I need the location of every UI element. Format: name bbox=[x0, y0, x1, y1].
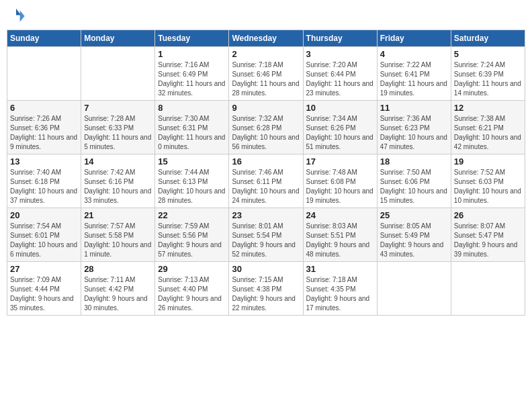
day-number: 4 bbox=[380, 49, 448, 59]
day-info: Sunrise: 7:54 AMSunset: 6:01 PMDaylight:… bbox=[10, 222, 78, 259]
day-number: 5 bbox=[454, 49, 522, 59]
day-number: 6 bbox=[10, 103, 78, 113]
day-info: Sunrise: 7:09 AMSunset: 4:44 PMDaylight:… bbox=[10, 275, 78, 313]
day-cell: 29Sunrise: 7:13 AMSunset: 4:40 PMDayligh… bbox=[155, 262, 229, 316]
day-cell: 27Sunrise: 7:09 AMSunset: 4:44 PMDayligh… bbox=[7, 262, 81, 316]
col-header-friday: Friday bbox=[377, 30, 451, 47]
day-cell: 7Sunrise: 7:28 AMSunset: 6:33 PMDaylight… bbox=[81, 101, 155, 154]
day-number: 18 bbox=[380, 156, 448, 167]
day-info: Sunrise: 7:50 AMSunset: 6:06 PMDaylight:… bbox=[380, 168, 448, 205]
day-info: Sunrise: 7:26 AMSunset: 6:36 PMDaylight:… bbox=[10, 114, 78, 152]
day-cell: 25Sunrise: 8:05 AMSunset: 5:49 PMDayligh… bbox=[377, 208, 451, 262]
day-cell: 6Sunrise: 7:26 AMSunset: 6:36 PMDaylight… bbox=[7, 101, 81, 154]
day-number: 26 bbox=[454, 210, 522, 220]
day-number: 24 bbox=[306, 210, 374, 220]
day-number: 22 bbox=[158, 210, 226, 220]
day-info: Sunrise: 7:24 AMSunset: 6:39 PMDaylight:… bbox=[454, 60, 522, 98]
day-number: 15 bbox=[158, 156, 226, 167]
day-number: 28 bbox=[84, 264, 152, 274]
day-cell: 11Sunrise: 7:36 AMSunset: 6:23 PMDayligh… bbox=[377, 101, 451, 154]
day-number: 16 bbox=[232, 156, 300, 167]
logo-icon bbox=[7, 7, 26, 26]
day-info: Sunrise: 7:48 AMSunset: 6:08 PMDaylight:… bbox=[306, 168, 374, 205]
day-info: Sunrise: 7:16 AMSunset: 6:49 PMDaylight:… bbox=[158, 60, 226, 98]
col-header-saturday: Saturday bbox=[451, 30, 525, 47]
day-number: 10 bbox=[306, 103, 374, 113]
day-number: 17 bbox=[306, 156, 374, 167]
day-cell bbox=[7, 47, 81, 101]
day-info: Sunrise: 7:18 AMSunset: 6:46 PMDaylight:… bbox=[232, 60, 300, 98]
day-cell: 18Sunrise: 7:50 AMSunset: 6:06 PMDayligh… bbox=[377, 154, 451, 208]
week-row-5: 27Sunrise: 7:09 AMSunset: 4:44 PMDayligh… bbox=[7, 262, 525, 316]
day-cell: 30Sunrise: 7:15 AMSunset: 4:38 PMDayligh… bbox=[229, 262, 303, 316]
day-info: Sunrise: 8:07 AMSunset: 5:47 PMDaylight:… bbox=[454, 222, 522, 259]
day-info: Sunrise: 7:28 AMSunset: 6:33 PMDaylight:… bbox=[84, 114, 152, 152]
day-number: 30 bbox=[232, 264, 300, 274]
week-row-3: 13Sunrise: 7:40 AMSunset: 6:18 PMDayligh… bbox=[7, 154, 525, 208]
day-cell: 8Sunrise: 7:30 AMSunset: 6:31 PMDaylight… bbox=[155, 101, 229, 154]
day-number: 31 bbox=[306, 264, 374, 274]
svg-marker-0 bbox=[20, 11, 25, 22]
day-info: Sunrise: 7:15 AMSunset: 4:38 PMDaylight:… bbox=[232, 275, 300, 313]
day-number: 3 bbox=[306, 49, 374, 59]
day-info: Sunrise: 7:20 AMSunset: 6:44 PMDaylight:… bbox=[306, 60, 374, 98]
day-cell: 2Sunrise: 7:18 AMSunset: 6:46 PMDaylight… bbox=[229, 47, 303, 101]
day-number: 2 bbox=[232, 49, 300, 59]
day-cell: 21Sunrise: 7:57 AMSunset: 5:58 PMDayligh… bbox=[81, 208, 155, 262]
day-cell bbox=[451, 262, 525, 316]
day-cell: 28Sunrise: 7:11 AMSunset: 4:42 PMDayligh… bbox=[81, 262, 155, 316]
day-cell: 26Sunrise: 8:07 AMSunset: 5:47 PMDayligh… bbox=[451, 208, 525, 262]
day-info: Sunrise: 7:13 AMSunset: 4:40 PMDaylight:… bbox=[158, 275, 226, 313]
day-number: 23 bbox=[232, 210, 300, 220]
day-number: 7 bbox=[84, 103, 152, 113]
day-info: Sunrise: 7:30 AMSunset: 6:31 PMDaylight:… bbox=[158, 114, 226, 152]
day-cell: 12Sunrise: 7:38 AMSunset: 6:21 PMDayligh… bbox=[451, 101, 525, 154]
day-number: 20 bbox=[10, 210, 78, 220]
day-cell: 4Sunrise: 7:22 AMSunset: 6:41 PMDaylight… bbox=[377, 47, 451, 101]
col-header-tuesday: Tuesday bbox=[155, 30, 229, 47]
day-number: 19 bbox=[454, 156, 522, 167]
day-info: Sunrise: 7:59 AMSunset: 5:56 PMDaylight:… bbox=[158, 222, 226, 259]
day-info: Sunrise: 7:52 AMSunset: 6:03 PMDaylight:… bbox=[454, 168, 522, 205]
day-info: Sunrise: 7:57 AMSunset: 5:58 PMDaylight:… bbox=[84, 222, 152, 259]
day-info: Sunrise: 7:22 AMSunset: 6:41 PMDaylight:… bbox=[380, 60, 448, 98]
day-info: Sunrise: 8:03 AMSunset: 5:51 PMDaylight:… bbox=[306, 222, 374, 259]
day-info: Sunrise: 7:38 AMSunset: 6:21 PMDaylight:… bbox=[454, 114, 522, 152]
day-info: Sunrise: 7:18 AMSunset: 4:35 PMDaylight:… bbox=[306, 275, 374, 313]
day-cell: 17Sunrise: 7:48 AMSunset: 6:08 PMDayligh… bbox=[303, 154, 377, 208]
col-header-sunday: Sunday bbox=[7, 30, 81, 47]
day-info: Sunrise: 7:34 AMSunset: 6:26 PMDaylight:… bbox=[306, 114, 374, 152]
day-number: 8 bbox=[158, 103, 226, 113]
day-info: Sunrise: 8:01 AMSunset: 5:54 PMDaylight:… bbox=[232, 222, 300, 259]
day-number: 29 bbox=[158, 264, 226, 274]
day-info: Sunrise: 7:44 AMSunset: 6:13 PMDaylight:… bbox=[158, 168, 226, 205]
day-info: Sunrise: 7:11 AMSunset: 4:42 PMDaylight:… bbox=[84, 275, 152, 313]
day-number: 14 bbox=[84, 156, 152, 167]
day-number: 1 bbox=[158, 49, 226, 59]
day-cell: 13Sunrise: 7:40 AMSunset: 6:18 PMDayligh… bbox=[7, 154, 81, 208]
day-cell: 23Sunrise: 8:01 AMSunset: 5:54 PMDayligh… bbox=[229, 208, 303, 262]
day-cell: 24Sunrise: 8:03 AMSunset: 5:51 PMDayligh… bbox=[303, 208, 377, 262]
day-number: 13 bbox=[10, 156, 78, 167]
col-header-monday: Monday bbox=[81, 30, 155, 47]
day-info: Sunrise: 8:05 AMSunset: 5:49 PMDaylight:… bbox=[380, 222, 448, 259]
day-cell bbox=[81, 47, 155, 101]
day-cell: 16Sunrise: 7:46 AMSunset: 6:11 PMDayligh… bbox=[229, 154, 303, 208]
day-cell: 19Sunrise: 7:52 AMSunset: 6:03 PMDayligh… bbox=[451, 154, 525, 208]
day-cell bbox=[377, 262, 451, 316]
day-cell: 15Sunrise: 7:44 AMSunset: 6:13 PMDayligh… bbox=[155, 154, 229, 208]
day-info: Sunrise: 7:40 AMSunset: 6:18 PMDaylight:… bbox=[10, 168, 78, 205]
week-row-4: 20Sunrise: 7:54 AMSunset: 6:01 PMDayligh… bbox=[7, 208, 525, 262]
day-cell: 14Sunrise: 7:42 AMSunset: 6:16 PMDayligh… bbox=[81, 154, 155, 208]
week-row-1: 1Sunrise: 7:16 AMSunset: 6:49 PMDaylight… bbox=[7, 47, 525, 101]
col-header-wednesday: Wednesday bbox=[229, 30, 303, 47]
day-info: Sunrise: 7:46 AMSunset: 6:11 PMDaylight:… bbox=[232, 168, 300, 205]
day-cell: 20Sunrise: 7:54 AMSunset: 6:01 PMDayligh… bbox=[7, 208, 81, 262]
logo bbox=[7, 7, 28, 26]
day-number: 11 bbox=[380, 103, 448, 113]
day-cell: 5Sunrise: 7:24 AMSunset: 6:39 PMDaylight… bbox=[451, 47, 525, 101]
day-info: Sunrise: 7:36 AMSunset: 6:23 PMDaylight:… bbox=[380, 114, 448, 152]
day-number: 25 bbox=[380, 210, 448, 220]
calendar-table: SundayMondayTuesdayWednesdayThursdayFrid… bbox=[7, 30, 525, 316]
day-cell: 10Sunrise: 7:34 AMSunset: 6:26 PMDayligh… bbox=[303, 101, 377, 154]
